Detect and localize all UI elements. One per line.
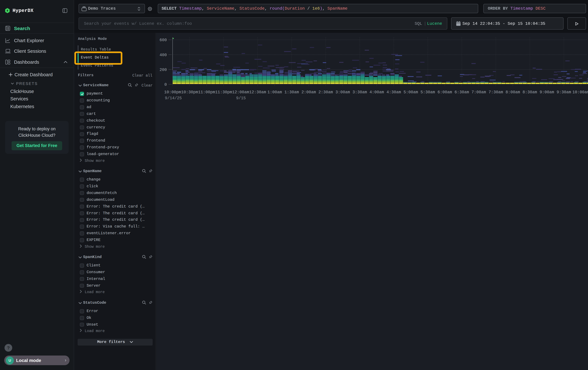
svg-text:1:00am: 1:00am [267, 90, 282, 95]
svg-text:8:00am: 8:00am [505, 90, 520, 95]
svg-text:10:00am: 10:00am [572, 90, 588, 95]
svg-text:7:00am: 7:00am [472, 90, 486, 95]
svg-text:3:30am: 3:30am [352, 90, 367, 95]
svg-text:4:00am: 4:00am [369, 90, 384, 95]
svg-text:400: 400 [159, 53, 167, 57]
svg-text:1:30am: 1:30am [284, 90, 299, 95]
svg-text:10:00pm: 10:00pm [164, 90, 181, 95]
svg-text:6:00am: 6:00am [437, 90, 452, 95]
svg-text:0: 0 [164, 82, 167, 87]
svg-text:9/14/25: 9/14/25 [165, 96, 182, 100]
svg-text:12:00am: 12:00am [232, 90, 249, 95]
svg-text:600: 600 [159, 38, 167, 42]
svg-text:2:00am: 2:00am [301, 90, 316, 95]
svg-text:11:00pm: 11:00pm [198, 90, 215, 95]
svg-text:2:30am: 2:30am [318, 90, 333, 95]
svg-text:4:30am: 4:30am [386, 90, 401, 95]
svg-text:5:00am: 5:00am [403, 90, 418, 95]
svg-text:10:30pm: 10:30pm [181, 90, 198, 95]
svg-text:7:30am: 7:30am [489, 90, 503, 95]
svg-text:12:30am: 12:30am [249, 90, 266, 95]
svg-text:9:00am: 9:00am [540, 90, 554, 95]
svg-text:3:00am: 3:00am [335, 90, 350, 95]
svg-text:5:30am: 5:30am [420, 90, 435, 95]
svg-text:8:30am: 8:30am [523, 90, 537, 95]
svg-text:9:30am: 9:30am [556, 90, 571, 95]
svg-text:9/15: 9/15 [236, 96, 246, 100]
svg-text:6:30am: 6:30am [454, 90, 469, 95]
svg-text:11:30pm: 11:30pm [215, 90, 232, 95]
svg-text:200: 200 [159, 68, 167, 72]
